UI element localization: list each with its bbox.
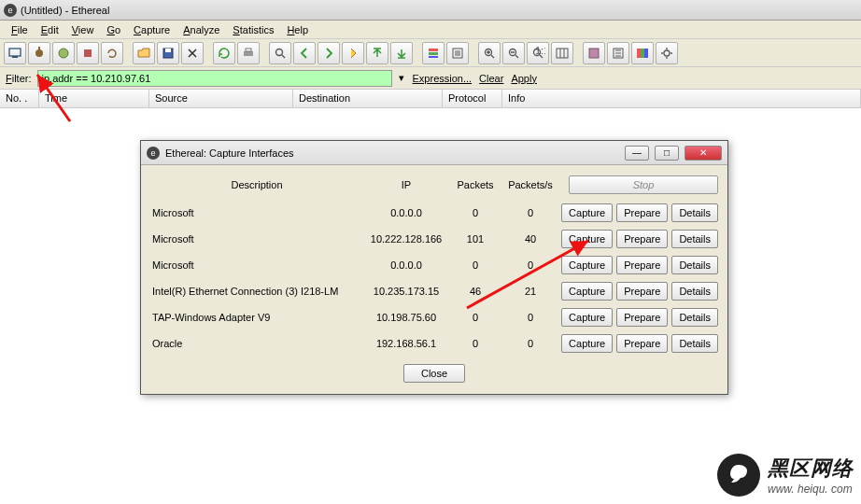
hdr-packets: Packets xyxy=(449,179,501,190)
svg-rect-9 xyxy=(246,49,251,51)
zoom-out-button[interactable] xyxy=(502,42,525,64)
go-back-button[interactable] xyxy=(293,42,316,64)
iface-pps: 40 xyxy=(501,233,559,245)
watermark-cn: 黑区网络 xyxy=(768,455,854,483)
maximize-button[interactable]: □ xyxy=(655,146,679,161)
svg-rect-5 xyxy=(84,49,92,57)
close-button[interactable] xyxy=(181,42,204,64)
stop-button[interactable]: Stop xyxy=(569,175,718,194)
menu-file[interactable]: File xyxy=(6,22,34,37)
expression-button[interactable]: Expression... xyxy=(411,73,474,84)
clear-button[interactable]: Clear xyxy=(477,73,505,84)
window-titlebar: e (Untitled) - Ethereal xyxy=(0,0,861,21)
display-filters-button[interactable] xyxy=(607,42,629,64)
col-time[interactable]: Time xyxy=(39,90,149,107)
menu-view[interactable]: View xyxy=(66,22,100,37)
capture-button[interactable]: Capture xyxy=(561,203,613,222)
window-close-button[interactable]: ✕ xyxy=(685,146,722,161)
prepare-button[interactable]: Prepare xyxy=(616,256,668,274)
menu-edit[interactable]: Edit xyxy=(35,22,64,37)
hdr-pps: Packets/s xyxy=(501,179,559,190)
go-last-button[interactable] xyxy=(390,42,413,64)
details-button[interactable]: Details xyxy=(671,256,718,274)
iface-ip: 192.168.56.1 xyxy=(363,338,449,349)
prepare-button[interactable]: Prepare xyxy=(616,282,668,301)
interface-row: Intel(R) Ethernet Connection (3) I218-LM… xyxy=(150,278,718,304)
details-button[interactable]: Details xyxy=(671,282,718,301)
save-button[interactable] xyxy=(157,42,179,64)
colorize-button[interactable] xyxy=(422,42,445,64)
iface-ip: 0.0.0.0 xyxy=(363,259,449,271)
capture-filters-button[interactable] xyxy=(583,42,605,64)
dialog-title: Ethereal: Capture Interfaces xyxy=(165,147,294,159)
prepare-button[interactable]: Prepare xyxy=(616,308,668,327)
menu-capture[interactable]: Capture xyxy=(128,22,176,37)
apply-button[interactable]: Apply xyxy=(509,73,539,84)
prepare-button[interactable]: Prepare xyxy=(616,230,668,248)
zoom-in-button[interactable] xyxy=(478,42,501,64)
iface-ip: 10.235.173.15 xyxy=(363,286,449,297)
svg-point-2 xyxy=(35,49,43,57)
iface-description: Oracle xyxy=(150,338,363,349)
svg-point-25 xyxy=(664,50,670,56)
dialog-close-button[interactable]: Close xyxy=(403,364,465,383)
svg-rect-22 xyxy=(637,49,641,58)
menu-analyze[interactable]: Analyze xyxy=(177,22,225,37)
svg-rect-13 xyxy=(429,56,438,58)
capture-options-button[interactable] xyxy=(28,42,50,64)
svg-text:1:1: 1:1 xyxy=(535,46,545,56)
interfaces-button[interactable] xyxy=(4,42,26,64)
prepare-button[interactable]: Prepare xyxy=(616,334,668,353)
details-button[interactable]: Details xyxy=(671,230,718,248)
zoom-reset-button[interactable]: 1:1 xyxy=(527,42,549,64)
go-to-button[interactable] xyxy=(342,42,364,64)
iface-pps: 0 xyxy=(501,338,559,349)
resize-columns-button[interactable] xyxy=(551,42,573,64)
details-button[interactable]: Details xyxy=(671,308,718,327)
col-destination[interactable]: Destination xyxy=(293,90,443,107)
iface-packets: 0 xyxy=(449,259,501,271)
capture-button[interactable]: Capture xyxy=(561,256,613,274)
col-no[interactable]: No. . xyxy=(0,90,39,107)
preferences-button[interactable] xyxy=(656,42,678,64)
find-button[interactable] xyxy=(269,42,291,64)
iface-ip: 10.222.128.166 xyxy=(363,233,449,245)
capture-button[interactable]: Capture xyxy=(561,308,613,327)
dialog-titlebar: e Ethereal: Capture Interfaces — □ ✕ xyxy=(141,141,727,165)
interface-row: Oracle192.168.56.100CapturePrepareDetail… xyxy=(150,330,718,357)
iface-description: Intel(R) Ethernet Connection (3) I218-LM xyxy=(150,286,363,297)
menu-help[interactable]: Help xyxy=(281,22,314,37)
iface-packets: 0 xyxy=(449,207,501,218)
go-forward-button[interactable] xyxy=(318,42,340,64)
capture-button[interactable]: Capture xyxy=(561,282,613,301)
print-button[interactable] xyxy=(237,42,260,64)
details-button[interactable]: Details xyxy=(671,203,718,222)
col-source[interactable]: Source xyxy=(149,90,293,107)
svg-rect-8 xyxy=(244,51,253,56)
minimize-button[interactable]: — xyxy=(625,146,649,161)
svg-rect-23 xyxy=(641,49,644,58)
capture-button[interactable]: Capture xyxy=(561,334,613,353)
menu-go[interactable]: Go xyxy=(101,22,126,37)
reload-button[interactable] xyxy=(213,42,235,64)
start-capture-button[interactable] xyxy=(52,42,75,64)
open-button[interactable] xyxy=(133,42,155,64)
go-first-button[interactable] xyxy=(366,42,388,64)
details-button[interactable]: Details xyxy=(671,334,718,353)
filter-input[interactable] xyxy=(37,70,392,87)
restart-capture-button[interactable] xyxy=(101,42,123,64)
prepare-button[interactable]: Prepare xyxy=(616,203,668,222)
auto-scroll-button[interactable] xyxy=(446,42,469,64)
svg-rect-20 xyxy=(589,49,599,58)
col-info[interactable]: Info xyxy=(502,90,861,107)
capture-button[interactable]: Capture xyxy=(561,230,613,248)
coloring-rules-button[interactable] xyxy=(631,42,654,64)
stop-capture-button[interactable] xyxy=(77,42,99,64)
interfaces-header-row: Description IP Packets Packets/s Stop xyxy=(150,173,718,200)
iface-pps: 0 xyxy=(501,312,559,323)
capture-interfaces-dialog: e Ethereal: Capture Interfaces — □ ✕ Des… xyxy=(140,140,728,395)
menu-statistics[interactable]: Statistics xyxy=(227,22,279,37)
col-protocol[interactable]: Protocol xyxy=(443,90,502,107)
hdr-description: Description xyxy=(150,179,363,190)
filter-dropdown-icon[interactable]: ▾ xyxy=(396,72,407,84)
